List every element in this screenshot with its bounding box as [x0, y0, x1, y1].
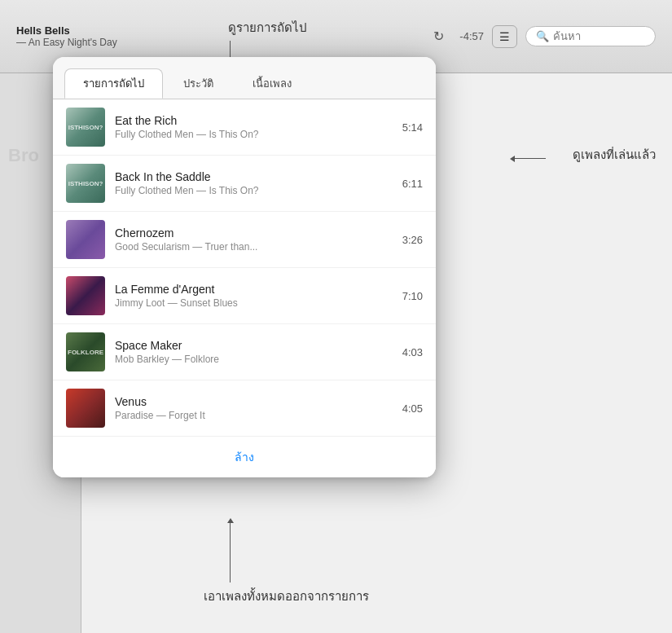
queue-icon: ☰ — [499, 30, 510, 43]
time-display: -4:57 — [455, 30, 484, 42]
annotation-right-arrow — [513, 158, 546, 159]
song-info: Venus Paradise — Forget It — [115, 395, 393, 421]
list-item[interactable]: La Femme d'Argent Jimmy Loot — Sunset Bl… — [53, 268, 436, 324]
tab-queue[interactable]: รายการถัดไป — [64, 68, 163, 99]
song-meta: Good Secularism — Truer than... — [115, 241, 393, 253]
song-meta: Mob Barkley — Folklore — [115, 354, 393, 365]
album-art: ISTHISON? — [66, 108, 105, 147]
song-duration: 6:11 — [402, 178, 423, 190]
song-info: Chernozem Good Secularism — Truer than..… — [115, 226, 393, 253]
search-input[interactable] — [553, 30, 635, 42]
tab-history[interactable]: ประวัติ — [165, 68, 232, 99]
song-title: Chernozem — [115, 226, 393, 240]
song-meta: Fully Clothed Men — Is This On? — [115, 129, 393, 140]
album-art — [66, 220, 105, 259]
annotation-bottom-arrow — [230, 521, 231, 582]
repeat-button[interactable]: ↻ — [430, 25, 447, 47]
list-item[interactable]: Venus Paradise — Forget It 4:05 — [53, 380, 436, 437]
song-info: Eat the Rich Fully Clothed Men — Is This… — [115, 114, 393, 140]
sidebar-bro-text: Bro — [8, 145, 39, 166]
song-title: Venus — [115, 395, 393, 408]
song-duration: 4:03 — [402, 346, 423, 358]
list-item[interactable]: ISTHISON? Back In the Saddle Fully Cloth… — [53, 156, 436, 212]
song-info: Back In the Saddle Fully Clothed Men — I… — [115, 170, 393, 196]
song-list: ISTHISON? Eat the Rich Fully Clothed Men… — [53, 99, 436, 437]
song-meta: Paradise — Forget It — [115, 410, 393, 421]
song-duration: 5:14 — [402, 121, 423, 134]
tab-lyrics[interactable]: เนื้อเพลง — [234, 68, 310, 99]
list-item[interactable]: Chernozem Good Secularism — Truer than..… — [53, 212, 436, 268]
song-duration: 3:26 — [402, 234, 423, 246]
annotation-top: ดูรายการถัดไป — [228, 18, 307, 37]
song-duration: 4:05 — [402, 402, 423, 415]
song-title: Back In the Saddle — [115, 170, 393, 183]
song-title: Eat the Rich — [115, 114, 393, 127]
search-icon: 🔍 — [536, 30, 549, 42]
art-label: FOLKLORE — [68, 349, 103, 356]
queue-button[interactable]: ☰ — [492, 25, 517, 48]
album-art: FOLKLORE — [66, 332, 105, 371]
song-title: La Femme d'Argent — [115, 283, 393, 296]
annotation-bottom: เอาเพลงทั้งหมดออกจากรายการ — [204, 587, 369, 606]
art-label: ISTHISON? — [68, 124, 103, 131]
album-art — [66, 389, 105, 428]
now-playing-area: Hells Bells — An Easy Night's Day — [16, 24, 422, 48]
album-art: ISTHISON? — [66, 164, 105, 203]
clear-button[interactable]: ล้าง — [235, 448, 254, 466]
list-item[interactable]: ISTHISON? Eat the Rich Fully Clothed Men… — [53, 99, 436, 156]
now-playing-album: — An Easy Night's Day — [16, 37, 422, 48]
song-info: La Femme d'Argent Jimmy Loot — Sunset Bl… — [115, 283, 393, 309]
now-playing-title: Hells Bells — [16, 24, 422, 37]
tab-content-queue: ISTHISON? Eat the Rich Fully Clothed Men… — [53, 99, 436, 477]
queue-popup: รายการถัดไป ประวัติ เนื้อเพลง ISTHISON? … — [53, 57, 436, 477]
search-box: 🔍 — [525, 26, 656, 46]
annotation-right: ดูเพลงที่เล่นแล้ว — [573, 145, 656, 165]
art-label: ISTHISON? — [68, 180, 103, 187]
song-meta: Jimmy Loot — Sunset Blues — [115, 297, 393, 309]
song-title: Space Maker — [115, 339, 393, 352]
album-art — [66, 276, 105, 315]
clear-section: ล้าง — [53, 437, 436, 477]
tab-bar: รายการถัดไป ประวัติ เนื้อเพลง — [53, 57, 436, 99]
list-item[interactable]: FOLKLORE Space Maker Mob Barkley — Folkl… — [53, 324, 436, 380]
song-meta: Fully Clothed Men — Is This On? — [115, 185, 393, 196]
song-duration: 7:10 — [402, 290, 423, 302]
song-info: Space Maker Mob Barkley — Folklore — [115, 339, 393, 365]
